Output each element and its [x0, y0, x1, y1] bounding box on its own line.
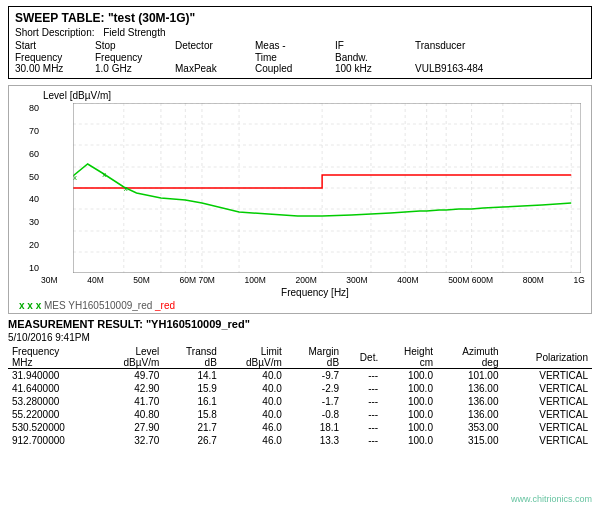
th-azimuth: Azimuthdeg [437, 346, 503, 369]
chart-plot-area: x x x [73, 103, 581, 273]
table-cell: 55.220000 [8, 408, 98, 421]
chart-svg: x x x [73, 103, 581, 273]
table-cell: 100.0 [382, 421, 437, 434]
sweep-table: SWEEP TABLE: "test (30M-1G)" Short Descr… [8, 6, 592, 79]
table-cell: 18.1 [286, 421, 343, 434]
col-stop: Stop [95, 40, 175, 51]
chart-x-label: Frequency [Hz] [45, 287, 585, 298]
table-cell: 101.00 [437, 369, 503, 383]
table-cell: 100.0 [382, 382, 437, 395]
table-cell: VERTICAL [502, 395, 592, 408]
table-cell: 26.7 [163, 434, 221, 447]
sub-meas-time: Time [255, 52, 335, 63]
th-transd: TransddB [163, 346, 221, 369]
th-frequency: FrequencyMHz [8, 346, 98, 369]
table-row: 31.94000049.7014.140.0-9.7---100.0101.00… [8, 369, 592, 383]
table-cell: 100.0 [382, 434, 437, 447]
table-cell: 14.1 [163, 369, 221, 383]
table-cell: VERTICAL [502, 382, 592, 395]
sweep-values: 30.00 MHz 1.0 GHz MaxPeak Coupled 100 kH… [15, 63, 585, 74]
x-axis-labels: 30M 40M 50M 60M 70M 100M 200M 300M 400M … [41, 275, 585, 285]
col-if: IF [335, 40, 415, 51]
table-cell: 912.700000 [8, 434, 98, 447]
svg-text:x: x [73, 173, 77, 182]
table-row: 53.28000041.7016.140.0-1.7---100.0136.00… [8, 395, 592, 408]
table-cell: VERTICAL [502, 421, 592, 434]
val-meas-coupled: Coupled [255, 63, 335, 74]
th-level: LeveldBµV/m [98, 346, 163, 369]
chart-legend: x x x MES YH160510009_red _red [19, 300, 585, 311]
short-desc-label: Short Description: [15, 27, 94, 38]
legend-series-label: YH160510009_red [68, 300, 152, 311]
table-cell: 46.0 [221, 434, 286, 447]
sub-if-bandw: Bandw. [335, 52, 415, 63]
table-cell: --- [343, 421, 382, 434]
measurement-result-title: MEASUREMENT RESULT: "YH160510009_red" [8, 318, 592, 330]
table-cell: -2.9 [286, 382, 343, 395]
th-det: Det. [343, 346, 382, 369]
table-cell: 40.0 [221, 395, 286, 408]
table-cell: 31.940000 [8, 369, 98, 383]
sweep-sub-headers: Frequency Frequency Time Bandw. [15, 52, 585, 63]
table-cell: 40.0 [221, 408, 286, 421]
table-row: 41.64000042.9015.940.0-2.9---100.0136.00… [8, 382, 592, 395]
table-cell: --- [343, 382, 382, 395]
chart-container: Level [dBµV/m] 80 70 60 50 40 30 20 10 [8, 85, 592, 314]
table-cell: 21.7 [163, 421, 221, 434]
table-cell: 136.00 [437, 382, 503, 395]
table-cell: 49.70 [98, 369, 163, 383]
table-cell: --- [343, 395, 382, 408]
table-cell: 136.00 [437, 408, 503, 421]
table-cell: -9.7 [286, 369, 343, 383]
th-height: Heightcm [382, 346, 437, 369]
col-transducer: Transducer [415, 40, 515, 51]
table-cell: 136.00 [437, 395, 503, 408]
table-cell: 27.90 [98, 421, 163, 434]
table-header-row: FrequencyMHz LeveldBµV/m TransddB Limitd… [8, 346, 592, 369]
measurement-result-section: MEASUREMENT RESULT: "YH160510009_red" 5/… [8, 318, 592, 447]
short-desc-value: Field Strength [103, 27, 165, 38]
val-transducer: VULB9163-484 [415, 63, 515, 74]
legend-red-label: _red [155, 300, 175, 311]
table-cell: 315.00 [437, 434, 503, 447]
table-row: 912.70000032.7026.746.013.3---100.0315.0… [8, 434, 592, 447]
table-cell: --- [343, 369, 382, 383]
table-cell: 40.0 [221, 369, 286, 383]
table-cell: 13.3 [286, 434, 343, 447]
val-detector: MaxPeak [175, 63, 255, 74]
legend-mes-label: MES [44, 300, 68, 311]
col-start: Start [15, 40, 95, 51]
table-cell: 32.70 [98, 434, 163, 447]
svg-text:x: x [124, 184, 128, 193]
sweep-title: SWEEP TABLE: "test (30M-1G)" [15, 11, 585, 25]
table-cell: VERTICAL [502, 434, 592, 447]
table-cell: 353.00 [437, 421, 503, 434]
col-detector: Detector [175, 40, 255, 51]
sub-freq-stop: Frequency [95, 52, 175, 63]
chart-y-label: Level [dBµV/m] [43, 90, 585, 101]
sub-freq-start: Frequency [15, 52, 95, 63]
table-cell: 100.0 [382, 395, 437, 408]
table-cell: VERTICAL [502, 408, 592, 421]
val-start-freq: 30.00 MHz [15, 63, 95, 74]
table-cell: 40.0 [221, 382, 286, 395]
th-margin: MargindB [286, 346, 343, 369]
sweep-desc: Short Description: Field Strength [15, 27, 585, 38]
table-cell: 41.70 [98, 395, 163, 408]
table-cell: -1.7 [286, 395, 343, 408]
sub-detector-empty [175, 52, 255, 63]
table-cell: 100.0 [382, 369, 437, 383]
svg-text:x: x [102, 170, 106, 179]
th-polarization: Polarization [502, 346, 592, 369]
table-cell: 46.0 [221, 421, 286, 434]
legend-x-marker: x x x [19, 300, 41, 311]
table-cell: 530.520000 [8, 421, 98, 434]
table-row: 55.22000040.8015.840.0-0.8---100.0136.00… [8, 408, 592, 421]
table-cell: 41.640000 [8, 382, 98, 395]
table-cell: VERTICAL [502, 369, 592, 383]
table-cell: --- [343, 408, 382, 421]
table-cell: 15.9 [163, 382, 221, 395]
table-cell: -0.8 [286, 408, 343, 421]
table-cell: --- [343, 434, 382, 447]
table-cell: 40.80 [98, 408, 163, 421]
